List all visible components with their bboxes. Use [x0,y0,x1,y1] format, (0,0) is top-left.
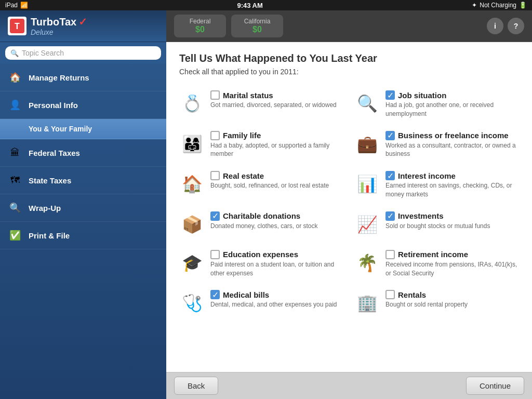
logo-area: T TurboTax ✓ Deluxe [0,10,166,42]
home-icon: 🏠 [8,70,22,85]
icon-family-life: 👨‍👩‍👧 [179,131,205,157]
search-box[interactable]: 🔍 Topic Search [5,46,161,60]
state-icon: 🗺 [8,173,22,188]
content-charitable-donations: ✓ Charitable donations Donated money, cl… [210,211,344,231]
content-education-expenses: Education expenses Paid interest on a st… [210,250,344,278]
title-row-marital-status: Marital status [210,90,344,100]
title-row-rentals: Rentals [385,290,519,299]
life-item-marital-status[interactable]: 💍 Marital status Got married, divorced, … [179,86,344,123]
checkbox-investments[interactable]: ✓ [385,211,395,221]
battery-label: Not Charging [480,2,516,9]
checkbox-interest-income[interactable]: ✓ [385,171,395,180]
title-education-expenses: Education expenses [223,250,298,259]
desc-family-life: Had a baby, adopted, or supported a fami… [210,141,344,159]
checkbox-real-estate[interactable] [210,171,220,180]
logo-edition: Deluxe [31,28,87,36]
checkbox-business-freelance[interactable]: ✓ [385,131,395,140]
life-item-charitable-donations[interactable]: 📦 ✓ Charitable donations Donated money, … [179,207,344,242]
title-charitable-donations: Charitable donations [223,211,300,220]
content-rentals: Rentals Bought or sold rental property [385,290,519,309]
life-item-family-life[interactable]: 👨‍👩‍👧 Family life Had a baby, adopted, o… [179,127,344,163]
life-item-medical-bills[interactable]: 🩺 ✓ Medical bills Dental, medical, and o… [179,286,344,320]
sidebar: T TurboTax ✓ Deluxe 🔍 Topic Search 🏠 Man… [0,10,166,399]
header-area: Federal $0 California $0 i ? [166,10,532,42]
checkbox-education-expenses[interactable] [210,250,220,259]
title-row-investments: ✓ Investments [385,211,519,221]
federal-taxes-label: Federal Taxes [29,149,80,157]
life-item-job-situation[interactable]: 🔍 ✓ Job situation Had a job, got another… [354,86,519,123]
desc-charitable-donations: Donated money, clothes, cars, or stock [210,222,344,231]
icon-business-freelance: 💼 [354,131,380,157]
content-investments: ✓ Investments Sold or bought stocks or m… [385,211,519,231]
sidebar-item-federal-taxes[interactable]: 🏛 Federal Taxes [0,139,166,167]
federal-tab-label: Federal [190,18,211,25]
help-button[interactable]: ? [508,18,524,34]
desc-marital-status: Got married, divorced, separated, or wid… [210,101,344,110]
sidebar-item-state-taxes[interactable]: 🗺 State Taxes [0,167,166,194]
title-row-family-life: Family life [210,131,344,140]
desc-investments: Sold or bought stocks or mutual funds [385,222,519,231]
sidebar-item-personal-info[interactable]: 👤 Personal Info [0,91,166,119]
person-icon: 👤 [8,98,22,112]
checkbox-rentals[interactable] [385,290,395,299]
life-item-investments[interactable]: 📈 ✓ Investments Sold or bought stocks or… [354,207,519,242]
life-item-business-freelance[interactable]: 💼 ✓ Business or freelance income Worked … [354,127,519,163]
print-file-label: Print & File [29,231,70,240]
content-real-estate: Real estate Bought, sold, refinanced, or… [210,171,344,190]
icon-medical-bills: 🩺 [179,290,205,316]
california-tab-amount: $0 [252,25,262,34]
you-family-label: You & Your Family [29,125,92,133]
content-marital-status: Marital status Got married, divorced, se… [210,90,344,110]
content-medical-bills: ✓ Medical bills Dental, medical, and oth… [210,290,344,309]
life-item-interest-income[interactable]: 📊 ✓ Interest income Earned interest on s… [354,167,519,203]
california-tab[interactable]: California $0 [231,15,283,37]
sidebar-item-manage-returns[interactable]: 🏠 Manage Returns [0,64,166,91]
title-row-education-expenses: Education expenses [210,250,344,259]
status-right: ✦ Not Charging 🔋 [472,2,527,9]
life-item-retirement-income[interactable]: 🌴 Retirement income Received income from… [354,246,519,282]
icon-interest-income: 📊 [354,171,380,197]
title-marital-status: Marital status [223,91,273,100]
state-taxes-label: State Taxes [29,176,71,185]
checkbox-medical-bills[interactable]: ✓ [210,290,220,299]
life-item-education-expenses[interactable]: 🎓 Education expenses Paid interest on a … [179,246,344,282]
checkbox-marital-status[interactable] [210,90,220,100]
title-job-situation: Job situation [398,91,446,100]
desc-medical-bills: Dental, medical, and other expenses you … [210,300,344,309]
sidebar-item-wrap-up[interactable]: 🔍 Wrap-Up [0,194,166,222]
icon-charitable-donations: 📦 [179,211,205,237]
checkbox-retirement-income[interactable] [385,250,395,259]
logo-brand: TurboTax [31,16,76,28]
sidebar-item-print-file[interactable]: ✅ Print & File [0,222,166,249]
checkbox-family-life[interactable] [210,131,220,140]
life-events-grid: 💍 Marital status Got married, divorced, … [179,86,519,320]
desc-real-estate: Bought, sold, refinanced, or lost real e… [210,181,344,190]
sidebar-item-you-family[interactable]: You & Your Family [0,119,166,139]
content-family-life: Family life Had a baby, adopted, or supp… [210,131,344,159]
back-button[interactable]: Back [174,377,218,395]
page-title: Tell Us What Happened to You Last Year [179,52,519,64]
life-item-rentals[interactable]: 🏢 Rentals Bought or sold rental property [354,286,519,320]
federal-tab[interactable]: Federal $0 [174,15,226,37]
california-tab-label: California [244,18,271,25]
content-scroll: Tell Us What Happened to You Last Year C… [166,42,532,372]
federal-tab-amount: $0 [195,25,205,34]
logo-text-group: TurboTax ✓ Deluxe [31,16,87,36]
continue-button[interactable]: Continue [466,377,524,395]
checkbox-job-situation[interactable]: ✓ [385,90,395,100]
title-business-freelance: Business or freelance income [398,131,509,140]
footer: Back Continue [166,372,532,399]
info-button[interactable]: i [487,18,503,34]
wifi-icon: 📶 [20,2,28,9]
life-item-real-estate[interactable]: 🏠 Real estate Bought, sold, refinanced, … [179,167,344,203]
desc-interest-income: Earned interest on savings, checking, CD… [385,181,519,199]
checkbox-charitable-donations[interactable]: ✓ [210,211,220,221]
icon-investments: 📈 [354,211,380,237]
status-left: iPad 📶 [5,2,28,9]
search-input[interactable]: Topic Search [22,49,156,57]
title-row-business-freelance: ✓ Business or freelance income [385,131,519,140]
title-retirement-income: Retirement income [398,250,468,259]
title-row-interest-income: ✓ Interest income [385,171,519,180]
title-investments: Investments [398,211,444,220]
status-bar: iPad 📶 9:43 AM ✦ Not Charging 🔋 [0,0,532,10]
